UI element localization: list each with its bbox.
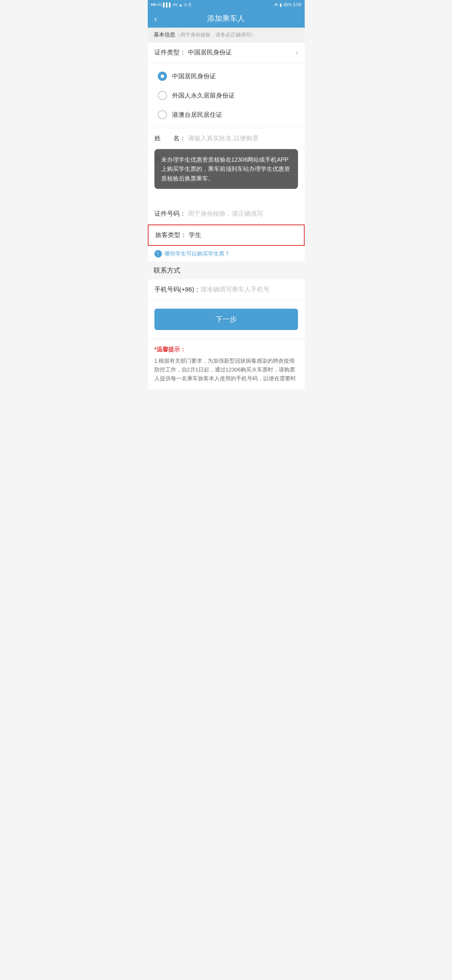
status-right-icons: 👁 ▮ 45% 3:09 (274, 3, 301, 7)
wifi-icon: ▲ (179, 3, 183, 7)
radio-label-china-id: 中国居民身份证 (172, 72, 216, 80)
id-type-radio-group: 中国居民身份证 外国人永久居留身份证 港澳台居民居住证 (148, 63, 305, 128)
warm-tip-section: *温馨提示： 1.根据有关部门要求，为加强新型冠状病毒感染的肺炎疫情防控工作，自… (148, 339, 305, 389)
radio-circle-foreign-id (158, 91, 167, 100)
phone-placeholder: 请准确填写乘车人手机号 (200, 286, 298, 294)
clock: 3:09 (293, 3, 301, 7)
name-placeholder: 请输入真实姓名,以便购票 (188, 134, 298, 142)
id-type-arrow: › (295, 49, 298, 57)
passenger-type-label: 旅客类型： (155, 231, 189, 239)
id-type-row[interactable]: 证件类型： 中国居民身份证 › (148, 42, 305, 63)
tooltip-text: 未办理学生优惠资质核验在12306网站或手机APP上购买学生票的，乘车前须到车站… (161, 156, 290, 182)
signal-4g-2: 4G (173, 3, 178, 7)
basic-info-header: 基本信息（用于身份核验，请务必正确填写） (148, 28, 305, 42)
name-label: 姓 名： (154, 134, 188, 142)
passenger-type-value: 学生 (189, 231, 297, 239)
student-link-text: 哪些学生可以购买学生票？ (164, 250, 230, 258)
id-type-value: 中国居民身份证 (188, 49, 296, 57)
overlap-area: 性 别： 未办理学生优惠资质核验在12306网站或手机APP上购买学生票的，乘车… (148, 149, 305, 224)
phone-label: 手机号码(+86)： (154, 286, 200, 294)
radio-circle-hk-tw-id (158, 110, 167, 119)
status-bar: HD 4G ▌▌▌ 4G ▲ ◎ 支 👁 ▮ 45% 3:09 (148, 0, 305, 9)
next-button[interactable]: 下一步 (154, 309, 298, 330)
radio-item-foreign-id[interactable]: 外国人永久居留身份证 (148, 86, 305, 105)
warm-tip-content: 1.根据有关部门要求，为加强新型冠状病毒感染的肺炎疫情防控工作，自2月1日起，通… (154, 357, 298, 383)
radio-label-foreign-id: 外国人永久居留身份证 (172, 92, 235, 100)
nav-bar: ‹ 添加乘车人 (148, 9, 305, 28)
eye-icon: 👁 (274, 3, 278, 7)
hd-icon: HD (151, 3, 157, 7)
warm-tip-title: *温馨提示： (154, 346, 298, 353)
radio-circle-china-id (158, 72, 167, 81)
page-title: 添加乘车人 (207, 13, 245, 23)
contact-section-header: 联系方式 (148, 262, 305, 279)
radio-item-hk-tw-id[interactable]: 港澳台居民居住证 (148, 105, 305, 124)
tooltip-box: 未办理学生优惠资质核验在12306网站或手机APP上购买学生票的，乘车前须到车站… (154, 149, 298, 189)
warm-tip-text: 1.根据有关部门要求，为加强新型冠状病毒感染的肺炎疫情防控工作，自2月1日起，通… (154, 358, 296, 382)
id-number-label: 证件号码： (154, 210, 188, 218)
passenger-type-row[interactable]: 旅客类型： 学生 (148, 224, 305, 246)
alipay-icon: 支 (188, 2, 192, 8)
back-button[interactable]: ‹ (154, 14, 157, 23)
next-btn-container: 下一步 (148, 300, 305, 338)
id-number-row[interactable]: 证件号码： 用于身份核验，请正确填写 (148, 204, 305, 224)
info-icon: ! (154, 250, 162, 258)
battery-icon: ▮ (280, 3, 282, 7)
radio-label-hk-tw-id: 港澳台居民居住证 (172, 111, 222, 119)
radio-item-china-id[interactable]: 中国居民身份证 (148, 67, 305, 86)
contact-title: 联系方式 (154, 267, 180, 274)
status-left-icons: HD 4G ▌▌▌ 4G ▲ ◎ 支 (151, 2, 192, 8)
phone-row[interactable]: 手机号码(+86)： 请准确填写乘车人手机号 (148, 279, 305, 300)
battery-percent: 45% (283, 3, 292, 7)
id-type-label: 证件类型： (154, 49, 188, 57)
nfc-icon: ◎ (184, 3, 187, 7)
student-link-row[interactable]: ! 哪些学生可以购买学生票？ (148, 246, 305, 262)
signal-4g-1: 4G (157, 3, 162, 7)
signal-bars: ▌▌▌ (163, 3, 172, 7)
id-number-placeholder: 用于身份核验，请正确填写 (188, 210, 298, 218)
basic-info-note: （用于身份核验，请务必正确填写） (175, 32, 256, 38)
basic-info-title: 基本信息 (154, 31, 175, 38)
name-row[interactable]: 姓 名： 请输入真实姓名,以便购票 (148, 128, 305, 149)
